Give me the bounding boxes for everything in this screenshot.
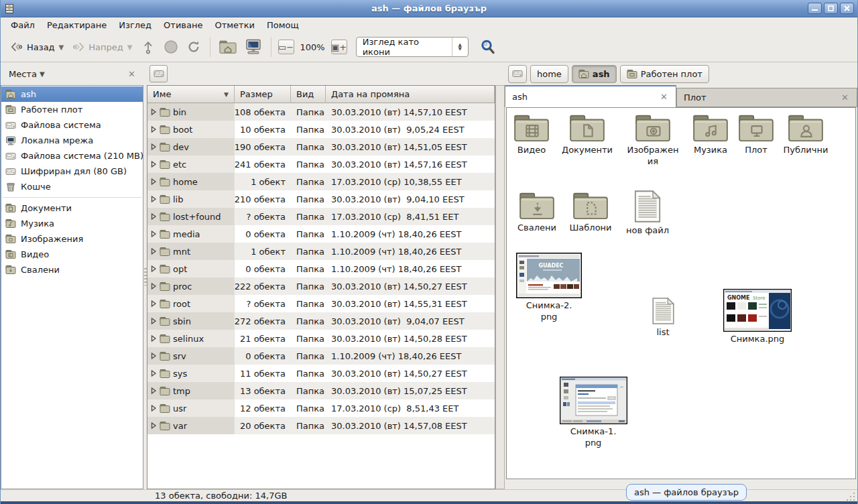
tab-close-icon[interactable]: ✕: [840, 92, 850, 103]
tab-plot[interactable]: Плот✕: [676, 88, 857, 107]
pathbar-root-button[interactable]: [508, 65, 527, 83]
sidebar-item-desktop[interactable]: Работен плот: [1, 102, 143, 117]
tree-expander-icon[interactable]: [150, 178, 157, 185]
menu-item-file[interactable]: Файл: [5, 19, 41, 32]
up-button[interactable]: [137, 36, 160, 58]
file-item--[interactable]: Видео: [507, 113, 556, 156]
minimize-button[interactable]: [808, 3, 822, 14]
sidebar-item-ash[interactable]: ash: [1, 86, 143, 102]
places-select[interactable]: Места: [9, 69, 37, 79]
file-item--.png[interactable]: GNOME Store Снимка.png: [716, 289, 799, 345]
tree-expander-icon[interactable]: [150, 161, 157, 168]
pathbar-home-button[interactable]: home: [530, 65, 568, 83]
maximize-button[interactable]: [824, 3, 838, 14]
forward-dropdown-icon[interactable]: ▼: [127, 44, 133, 51]
table-row[interactable]: mnt1 обектПапка1.10.2009 (чт) 18,40,26 E…: [147, 243, 495, 260]
table-row[interactable]: boot10 обектаПапка30.03.2010 (вт) 9,05,2…: [147, 121, 495, 138]
pathbar-desktop-button[interactable]: Работен плот: [620, 65, 709, 83]
sidebar-close-button[interactable]: ✕: [126, 68, 137, 80]
sidebar-item-videos[interactable]: Видео: [1, 247, 143, 262]
column-header-type[interactable]: Вид: [291, 86, 326, 103]
zoom-out-button[interactable]: ▭−: [278, 40, 294, 54]
view-mode-select[interactable]: Изглед като икони ▲▼: [356, 37, 469, 57]
reload-button[interactable]: [182, 36, 205, 58]
tree-expander-icon[interactable]: [150, 231, 157, 237]
table-row[interactable]: sbin272 обектаПапка30.03.2010 (вт) 9,04,…: [147, 312, 495, 330]
file-item--[interactable]: Изображения: [622, 113, 684, 168]
table-row[interactable]: media0 обектаПапка1.10.2009 (чт) 18,40,2…: [147, 225, 495, 243]
search-button[interactable]: [478, 37, 498, 57]
file-item--[interactable]: Музика: [684, 113, 737, 156]
sidebar-item-downloads[interactable]: Свалени: [1, 262, 143, 277]
forward-button[interactable]: Напред ▼: [68, 37, 136, 57]
tree-expander-icon[interactable]: [150, 265, 157, 272]
table-row[interactable]: selinux21 обектаПапка30.03.2010 (вт) 14,…: [147, 330, 495, 347]
tree-expander-icon[interactable]: [150, 109, 157, 115]
table-row[interactable]: root? обектаПапка30.03.2010 (вт) 14,55,3…: [147, 295, 495, 312]
table-row[interactable]: opt0 обектаПапка1.10.2009 (чт) 18,40,26 …: [147, 260, 495, 277]
sidebar-item-music[interactable]: Музика: [1, 216, 143, 231]
file-item---2.png[interactable]: GUADEC Снимка-2.png: [512, 253, 586, 323]
file-item--[interactable]: нов файл: [620, 190, 675, 237]
tab-ash[interactable]: ash✕: [505, 85, 676, 107]
back-button[interactable]: Назад ▼: [6, 37, 68, 57]
column-header-size[interactable]: Размер: [235, 86, 291, 103]
tree-expander-icon[interactable]: [150, 126, 157, 133]
table-row[interactable]: sys11 обектаПапка30.03.2010 (вт) 14,50,2…: [147, 365, 495, 382]
tree-expander-icon[interactable]: [150, 213, 157, 220]
tree-expander-icon[interactable]: [150, 335, 157, 342]
menu-item-help[interactable]: Помощ: [261, 19, 305, 32]
menu-item-view[interactable]: Изглед: [113, 19, 158, 32]
sidebar-item-trash[interactable]: Кошче: [1, 179, 143, 194]
sidebar-item-filesystem[interactable]: Файлова система: [1, 117, 143, 133]
file-item--[interactable]: Плот: [733, 113, 780, 156]
tree-expander-icon[interactable]: [150, 196, 157, 202]
tree-expander-icon[interactable]: [150, 353, 157, 359]
file-item--[interactable]: Свалени: [509, 191, 564, 234]
table-row[interactable]: home1 обектПапка17.03.2010 (ср) 10,38,55…: [147, 173, 495, 190]
stop-button[interactable]: [160, 36, 182, 58]
tree-expander-icon[interactable]: [150, 318, 157, 324]
home-button[interactable]: [215, 36, 241, 58]
tab-close-icon[interactable]: ✕: [659, 92, 669, 102]
table-row[interactable]: usr12 обектаПапка17.03.2010 (ср) 8,51,43…: [147, 399, 495, 417]
table-row[interactable]: dev190 обектаПапка30.03.2010 (вт) 14,51,…: [147, 138, 495, 155]
tree-expander-icon[interactable]: [150, 300, 157, 307]
tree-expander-icon[interactable]: [150, 405, 157, 412]
pathbar-ash-button[interactable]: ash: [572, 65, 617, 83]
table-row[interactable]: lost+found? обектаПапка17.03.2010 (ср) 8…: [147, 208, 495, 225]
tree-expander-icon[interactable]: [150, 370, 157, 377]
menu-item-bookmarks[interactable]: Отметки: [208, 19, 260, 32]
tree-expander-icon[interactable]: [150, 387, 157, 394]
table-row[interactable]: var20 обектаПапка30.03.2010 (вт) 14,57,0…: [147, 417, 495, 434]
tree-expander-icon[interactable]: [150, 248, 157, 255]
menu-item-edit[interactable]: Редактиране: [41, 19, 113, 32]
table-row[interactable]: lib210 обектаПапка30.03.2010 (вт) 9,04,1…: [147, 190, 495, 208]
sidebar-item-encrypted-80gb[interactable]: Шифриран дял (80 GB): [1, 164, 143, 179]
tree-expander-icon[interactable]: [150, 422, 157, 429]
column-header-name[interactable]: Име▼: [147, 86, 235, 103]
tree-scrollbar[interactable]: [495, 85, 505, 489]
table-row[interactable]: bin108 обектаПапка30.03.2010 (вт) 14,57,…: [147, 103, 495, 121]
file-item--[interactable]: Шаблони: [563, 191, 618, 234]
tree-expander-icon[interactable]: [150, 143, 157, 150]
close-button[interactable]: [840, 3, 854, 14]
sidebar-item-filesystem-210mb[interactable]: Файлова система (210 MB): [1, 148, 143, 164]
file-item--[interactable]: Документи: [556, 113, 618, 156]
table-row[interactable]: etc241 обектаПапка30.03.2010 (вт) 14,57,…: [147, 155, 495, 173]
back-dropdown-icon[interactable]: ▼: [59, 44, 64, 51]
tree-expander-icon[interactable]: [150, 283, 157, 290]
resize-grip[interactable]: [847, 491, 856, 501]
menu-item-go[interactable]: Отиване: [158, 19, 208, 32]
table-row[interactable]: proc222 обектаПапка30.03.2010 (вт) 14,50…: [147, 277, 495, 295]
zoom-in-button[interactable]: ▣+: [331, 40, 347, 54]
computer-button[interactable]: [241, 35, 266, 59]
file-item---1.png[interactable]: Снимка-1.png: [556, 377, 631, 449]
sidebar-item-network[interactable]: Локална мрежа: [1, 133, 143, 148]
tree-root-button[interactable]: [149, 65, 168, 82]
table-row[interactable]: tmp13 обектаПапка30.03.2010 (вт) 15,07,2…: [147, 382, 495, 399]
column-header-date[interactable]: Дата на промяна: [326, 86, 495, 103]
table-row[interactable]: srv0 обектаПапка1.10.2009 (чт) 18,40,26 …: [147, 347, 495, 365]
sidebar-item-pictures[interactable]: Изображения: [1, 231, 143, 247]
file-item--[interactable]: Публични: [776, 113, 835, 156]
